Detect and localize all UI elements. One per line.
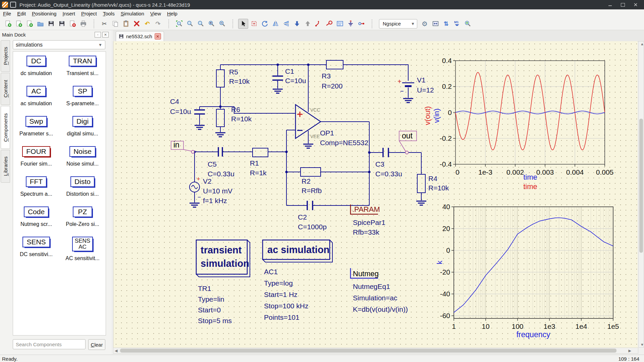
schematic-text[interactable]: R2	[302, 177, 311, 185]
source-V1[interactable]: + −	[397, 78, 414, 95]
schematic-text[interactable]: R=10k	[428, 184, 449, 192]
schematic-text[interactable]: C5	[208, 160, 217, 168]
schematic-text[interactable]: R3	[322, 72, 331, 80]
horizontal-scrollbar[interactable]: ◀ ▶	[113, 348, 638, 354]
mirror-vertical-button[interactable]	[270, 19, 280, 29]
mirror-horizontal-button[interactable]	[281, 19, 291, 29]
schematic-text[interactable]: Stop=100 kHz	[264, 302, 309, 310]
component-Pole-Zero-si[interactable]: PZPole-Zero si...	[59, 206, 106, 237]
schematic-text[interactable]: R=1k	[250, 169, 267, 177]
insert-ground-button[interactable]	[345, 19, 356, 29]
source-V2[interactable]: + −	[190, 175, 201, 200]
maximize-button[interactable]	[618, 1, 628, 8]
schematic-text[interactable]: C4	[170, 98, 179, 105]
menu-view[interactable]: View	[147, 10, 164, 17]
schematic-text[interactable]: Simulation=ac	[353, 294, 397, 302]
menu-project[interactable]: Project	[78, 10, 100, 17]
redo-button[interactable]: ↷	[153, 19, 163, 29]
paste-button[interactable]	[121, 19, 131, 29]
zoom-magnify-button[interactable]	[463, 19, 473, 29]
go-into-subcircuit-button[interactable]	[292, 19, 302, 29]
schematic-text[interactable]: U=12	[417, 86, 434, 94]
zoom-fit-button[interactable]	[174, 19, 184, 29]
schematic-text[interactable]: C2	[298, 213, 307, 221]
cut-button[interactable]: ✂	[99, 19, 109, 29]
component-Noise-simul[interactable]: NoiseNoise simul...	[59, 146, 106, 176]
schematic-text[interactable]: V1	[417, 76, 426, 84]
copy-button[interactable]	[110, 19, 120, 29]
document-tab[interactable]: ne5532.sch ✕	[116, 31, 164, 41]
schematic-text[interactable]: R=10k	[229, 77, 250, 85]
zoom-in-button[interactable]	[206, 19, 216, 29]
delete-button[interactable]	[131, 19, 142, 29]
schematic-text[interactable]: C1	[285, 67, 294, 75]
schematic-text[interactable]: R6	[231, 106, 240, 113]
schematic-text[interactable]: .PARAM	[352, 205, 380, 214]
component-Nutmeg-scr[interactable]: CodeNutmeg scr...	[13, 206, 59, 237]
schematic-text[interactable]: Points=101	[264, 313, 300, 321]
close-button[interactable]	[631, 1, 641, 8]
menu-insert[interactable]: Insert	[59, 10, 78, 17]
schematic-text[interactable]: Rfb=33k	[353, 228, 379, 236]
dock-close-button[interactable]: ✕	[102, 32, 109, 38]
zoom-area-button[interactable]	[196, 19, 206, 29]
component-DC-sensitivi[interactable]: SENSDC sensitivi...	[13, 237, 59, 267]
menu-file[interactable]: File	[0, 10, 14, 17]
component-digital-simu[interactable]: Digidigital simu...	[59, 116, 106, 146]
new-schematic-button[interactable]	[3, 19, 13, 29]
schematic-text[interactable]: R=10k	[231, 115, 252, 123]
dock-float-button[interactable]: ▫	[95, 32, 101, 38]
schematic-text[interactable]: Comp=NE5532	[320, 139, 368, 146]
clear-search-button[interactable]: Clear	[88, 339, 105, 350]
schematic-text[interactable]: OP1	[320, 129, 334, 137]
menu-simulation[interactable]: Simulation	[118, 10, 147, 17]
schematic-text[interactable]: C=10u	[285, 77, 306, 84]
schematic-text[interactable]: C=0.33u	[375, 170, 402, 178]
schematic-text[interactable]: simulation	[201, 258, 249, 269]
save-all-button[interactable]	[57, 19, 67, 29]
schematic-text[interactable]: R5	[229, 68, 238, 76]
save-file-button[interactable]	[46, 19, 56, 29]
schematic-text[interactable]: in	[173, 140, 179, 149]
component-Parameter-s[interactable]: SwpParameter s...	[13, 116, 59, 146]
dock-tab-projects[interactable]: Projects	[1, 40, 10, 72]
schematic-text[interactable]: TR1	[198, 285, 211, 292]
simulation-settings-button[interactable]: ⚙	[420, 19, 430, 29]
schematic-text[interactable]: R=Rfb	[302, 187, 322, 194]
schematic-text[interactable]: R1	[250, 159, 259, 167]
open-file-button[interactable]	[35, 19, 45, 29]
dock-tab-libraries[interactable]: Libraries	[1, 150, 10, 183]
schematic-text[interactable]: NutmegEq1	[353, 283, 390, 290]
schematic-text[interactable]: Nutmeg	[353, 269, 379, 278]
new-symbol-button[interactable]	[14, 19, 24, 29]
schematic-text[interactable]: V2	[203, 177, 212, 185]
zoom-out-button[interactable]	[217, 19, 227, 29]
schematic-text[interactable]: C=0.33u	[208, 170, 234, 178]
tune-button[interactable]: M1	[452, 19, 462, 29]
dock-tab-content[interactable]: Content	[1, 73, 10, 105]
schematic-text[interactable]: AC1	[264, 268, 278, 276]
insert-equation-button[interactable]: f(u)=uVt	[335, 19, 345, 29]
component-Spectrum-a[interactable]: FFTSpectrum a...	[13, 176, 59, 206]
tab-close-icon[interactable]: ✕	[155, 33, 161, 40]
print-button[interactable]	[78, 19, 88, 29]
undo-button[interactable]: ↶	[142, 19, 152, 29]
schematic-canvas[interactable]: + − + −	[113, 41, 638, 348]
move-component-text-button[interactable]	[249, 19, 259, 29]
schematic-text[interactable]: K=db(v(out)/v(in))	[353, 305, 408, 313]
select-button[interactable]	[238, 19, 248, 29]
menu-positioning[interactable]: Positioning	[29, 10, 59, 17]
minimize-button[interactable]	[605, 1, 615, 8]
schematic-text[interactable]: Type=lin	[198, 295, 224, 303]
component-category-select[interactable]: simulations▼	[13, 40, 105, 49]
close-document-button[interactable]	[67, 19, 77, 29]
menu-tools[interactable]: Tools	[100, 10, 118, 17]
schematic-text[interactable]: Start=0	[198, 306, 221, 314]
component-Distortion-si[interactable]: DistoDistortion si...	[59, 176, 106, 206]
insert-wire-button[interactable]	[313, 19, 323, 29]
pop-out-button[interactable]	[303, 19, 313, 29]
schematic-text[interactable]: R=200	[322, 82, 342, 90]
exchange-schematic-symbol-button[interactable]: ⇅	[441, 19, 451, 29]
schematic-text[interactable]: f=1 kHz	[203, 197, 227, 204]
component-ac-simulation[interactable]: ACac simulation	[13, 86, 59, 116]
